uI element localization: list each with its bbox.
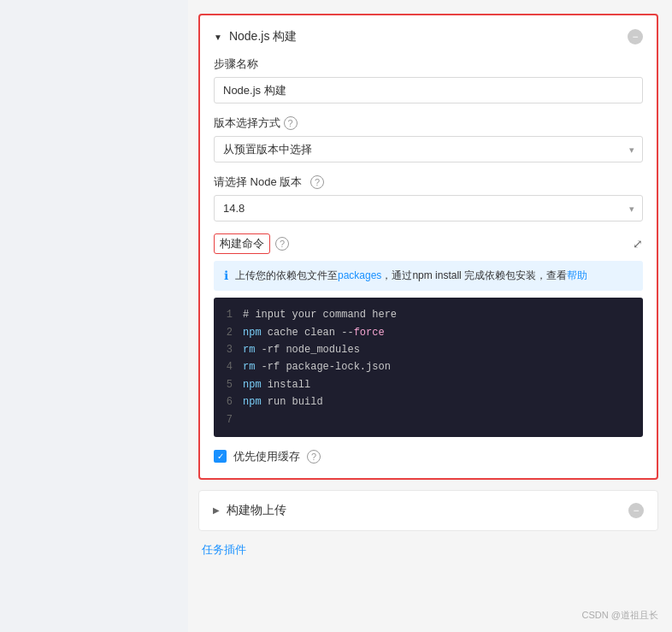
- cache-help-icon[interactable]: ?: [307, 450, 321, 464]
- build-upload-expand-icon[interactable]: ▶: [213, 505, 220, 515]
- info-text: 上传您的依赖包文件至packages，通过npm install 完成依赖包安装…: [235, 268, 587, 284]
- info-box: ℹ 上传您的依赖包文件至packages，通过npm install 完成依赖包…: [214, 261, 643, 291]
- help-link[interactable]: 帮助: [567, 269, 587, 281]
- build-upload-title: 构建物上传: [227, 503, 286, 518]
- packages-link[interactable]: packages: [338, 269, 381, 281]
- version-select-label: 版本选择方式 ?: [214, 115, 643, 131]
- expand-button[interactable]: ⤢: [633, 237, 643, 251]
- command-label-text: 构建命令: [214, 233, 270, 254]
- collapse-icon[interactable]: ▼: [214, 32, 222, 42]
- card-header-left: ▼ Node.js 构建: [214, 29, 297, 44]
- node-version-group: 请选择 Node 版本 ? 14.8 ▾: [214, 174, 643, 221]
- main-content: ▼ Node.js 构建 − 步骤名称 版本选择方式 ? 从预置版本中选择 ▾: [188, 0, 672, 632]
- watermark: CSDN @道祖且长: [582, 609, 658, 622]
- code-line-7: 7: [222, 411, 634, 428]
- version-help-icon[interactable]: ?: [284, 116, 298, 130]
- cache-checkbox-row: ✓ 优先使用缓存 ?: [214, 449, 643, 464]
- task-plugins-label[interactable]: 任务插件: [202, 543, 246, 556]
- command-label-row: 构建命令 ? ⤢: [214, 233, 643, 254]
- version-select-group: 版本选择方式 ? 从预置版本中选择 ▾: [214, 115, 643, 162]
- code-line-1: 1 # input your command here: [222, 306, 634, 323]
- task-plugins: 任务插件: [198, 541, 658, 558]
- build-command-section: 构建命令 ? ⤢ ℹ 上传您的依赖包文件至packages，通过npm inst…: [214, 233, 643, 437]
- code-line-4: 4 rm -rf package-lock.json: [222, 358, 634, 375]
- sidebar: [0, 0, 188, 632]
- info-icon: ℹ: [224, 269, 228, 282]
- code-line-6: 6 npm run build: [222, 393, 634, 411]
- cache-checkbox[interactable]: ✓: [214, 450, 227, 463]
- version-select-wrapper: 从预置版本中选择 ▾: [214, 136, 643, 162]
- code-line-2: 2 npm cache clean --force: [222, 324, 634, 341]
- command-help-icon[interactable]: ?: [275, 237, 289, 251]
- cache-label: 优先使用缓存: [233, 449, 300, 464]
- nodejs-build-card: ▼ Node.js 构建 − 步骤名称 版本选择方式 ? 从预置版本中选择 ▾: [198, 14, 658, 480]
- code-line-3: 3 rm -rf node_modules: [222, 341, 634, 358]
- step-name-label: 步骤名称: [214, 56, 643, 72]
- remove-button[interactable]: −: [628, 29, 643, 44]
- card-title: Node.js 构建: [229, 29, 297, 44]
- node-version-help-icon[interactable]: ?: [310, 175, 324, 189]
- node-version-select[interactable]: 14.8: [214, 195, 643, 221]
- build-upload-card: ▶ 构建物上传 −: [198, 490, 658, 531]
- version-select[interactable]: 从预置版本中选择: [214, 136, 643, 162]
- code-line-5: 5 npm install: [222, 376, 634, 393]
- node-version-select-wrapper: 14.8 ▾: [214, 195, 643, 221]
- card-header: ▼ Node.js 构建 −: [214, 29, 643, 44]
- code-editor[interactable]: 1 # input your command here 2 npm cache …: [214, 298, 643, 437]
- build-upload-remove-button[interactable]: −: [628, 503, 644, 518]
- step-name-group: 步骤名称: [214, 56, 643, 103]
- node-version-label: 请选择 Node 版本 ?: [214, 174, 643, 190]
- step-name-input[interactable]: [214, 77, 643, 103]
- command-label-left: 构建命令 ?: [214, 233, 289, 254]
- checkbox-check-icon: ✓: [217, 452, 224, 461]
- build-upload-left: ▶ 构建物上传: [213, 503, 286, 518]
